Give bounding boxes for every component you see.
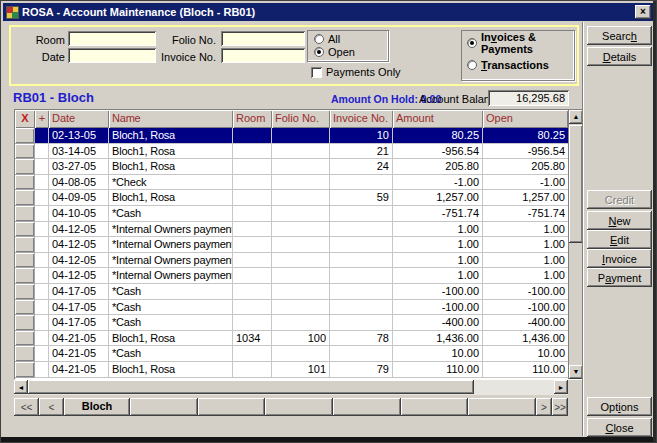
row-selector-cell[interactable] — [15, 237, 35, 253]
date-input[interactable] — [68, 48, 156, 63]
scroll-down-button[interactable]: ▼ — [569, 365, 583, 379]
column-header-amount[interactable]: Amount — [393, 110, 483, 128]
table-row[interactable]: 04-21-05 *Cash 10.00 10.00 — [15, 346, 568, 362]
row-selector-cell[interactable] — [15, 346, 35, 362]
row-selector-cell[interactable] — [15, 159, 35, 175]
column-header-invoice[interactable]: Invoice No. — [330, 110, 393, 128]
table-row[interactable]: 03-27-05 Bloch1, Rosa 24 205.80 205.80 — [15, 159, 568, 175]
column-header-folio[interactable]: Folio No. — [272, 110, 330, 128]
table-row[interactable]: 04-12-05 *Internal Owners payment code 1… — [15, 253, 568, 269]
radio-transactions[interactable]: Transactions — [467, 59, 549, 71]
column-header-room[interactable]: Room — [233, 110, 272, 128]
row-selector-cell[interactable] — [15, 284, 35, 300]
expand-cell[interactable] — [35, 362, 49, 378]
first-account-button[interactable]: << — [14, 398, 39, 416]
next-account-button[interactable]: > — [536, 398, 552, 416]
tab-empty[interactable] — [198, 398, 266, 416]
details-button[interactable]: Details — [587, 47, 652, 66]
expand-cell[interactable] — [35, 159, 49, 175]
vertical-scrollbar-thumb[interactable] — [569, 125, 583, 243]
expand-cell[interactable] — [35, 190, 49, 206]
row-selector-cell[interactable] — [15, 315, 35, 331]
room-input[interactable] — [68, 31, 156, 46]
room-cell — [233, 222, 272, 238]
expand-cell[interactable] — [35, 222, 49, 238]
expand-cell[interactable] — [35, 284, 49, 300]
table-row[interactable]: 04-17-05 *Cash -100.00 -100.00 — [15, 300, 568, 316]
open-cell: -1.00 — [483, 175, 568, 191]
row-selector-cell[interactable] — [15, 190, 35, 206]
search-button[interactable]: Search — [587, 26, 652, 45]
radio-all[interactable]: All — [314, 33, 340, 45]
payment-button[interactable]: Payment — [587, 268, 652, 287]
expand-cell[interactable] — [35, 144, 49, 160]
invoice-button[interactable]: Invoice — [587, 249, 652, 268]
table-row[interactable]: 04-12-05 *Internal Owners payment code 1… — [15, 237, 568, 253]
credit-button[interactable]: Credit — [587, 190, 652, 209]
column-header-x[interactable]: X — [15, 110, 35, 128]
row-selector-cell[interactable] — [15, 206, 35, 222]
new-button[interactable]: New — [587, 211, 652, 230]
scroll-left-button[interactable]: ◄ — [14, 380, 28, 394]
table-row[interactable]: 04-21-05 Bloch1, Rosa 1034 100 78 1,436.… — [15, 331, 568, 347]
tab-bloch[interactable]: Bloch — [64, 398, 130, 416]
radio-open[interactable]: Open — [314, 46, 355, 58]
expand-cell[interactable] — [35, 300, 49, 316]
expand-cell[interactable] — [35, 128, 49, 144]
column-header-name[interactable]: Name — [109, 110, 233, 128]
invoice-input[interactable] — [221, 48, 305, 63]
tab-empty[interactable] — [401, 398, 469, 416]
row-selector-cell[interactable] — [15, 128, 35, 144]
expand-cell[interactable] — [35, 268, 49, 284]
last-account-button[interactable]: >> — [552, 398, 568, 416]
table-row[interactable]: 03-14-05 Bloch1, Rosa 21 -956.54 -956.54 — [15, 144, 568, 160]
edit-button[interactable]: Edit — [587, 230, 652, 249]
table-row[interactable]: 04-17-05 *Cash -400.00 -400.00 — [15, 315, 568, 331]
table-row[interactable]: 04-08-05 *Check -1.00 -1.00 — [15, 175, 568, 191]
row-selector-cell[interactable] — [15, 362, 35, 378]
expand-cell[interactable] — [35, 346, 49, 362]
column-header-date[interactable]: Date — [49, 110, 109, 128]
table-row[interactable]: 04-10-05 *Cash -751.74 -751.74 — [15, 206, 568, 222]
table-row[interactable]: 04-17-05 *Cash -100.00 -100.00 — [15, 284, 568, 300]
tab-empty[interactable] — [468, 398, 536, 416]
tab-empty[interactable] — [333, 398, 401, 416]
payments-only-checkbox[interactable]: Payments Only — [311, 66, 401, 78]
column-header-plus[interactable]: + — [35, 110, 49, 128]
folio-input[interactable] — [221, 31, 305, 46]
vertical-scrollbar[interactable]: ▲ ▼ — [568, 110, 583, 379]
row-selector-cell[interactable] — [15, 222, 35, 238]
row-selector-cell[interactable] — [15, 175, 35, 191]
table-row[interactable]: 02-13-05 Bloch1, Rosa 10 80.25 80.25 — [15, 128, 568, 144]
scroll-right-button[interactable]: ► — [554, 380, 568, 394]
table-row[interactable]: 04-12-05 *Internal Owners payment code 1… — [15, 268, 568, 284]
options-button[interactable]: Options — [587, 397, 652, 416]
table-row[interactable]: 04-12-05 *Internal Owners payment code 1… — [15, 222, 568, 238]
previous-account-button[interactable]: < — [39, 398, 64, 416]
expand-cell[interactable] — [35, 315, 49, 331]
scroll-up-button[interactable]: ▲ — [569, 110, 583, 124]
row-selector-cell[interactable] — [15, 331, 35, 347]
row-selector-cell[interactable] — [15, 253, 35, 269]
horizontal-scrollbar[interactable]: ◄ ► — [14, 380, 568, 395]
row-selector-cell[interactable] — [15, 300, 35, 316]
table-row[interactable]: 04-09-05 Bloch1, Rosa 59 1,257.00 1,257.… — [15, 190, 568, 206]
column-header-open[interactable]: Open — [483, 110, 568, 128]
close-button[interactable]: Close — [587, 418, 652, 437]
table-row[interactable]: 04-21-05 Bloch1, Rosa 101 79 110.00 110.… — [15, 362, 568, 378]
horizontal-scrollbar-thumb[interactable] — [28, 380, 474, 394]
close-window-button[interactable]: × — [635, 5, 651, 19]
radio-invoices-payments[interactable]: Invoices & Payments — [467, 37, 577, 49]
expand-cell[interactable] — [35, 253, 49, 269]
expand-cell[interactable] — [35, 237, 49, 253]
tab-empty[interactable] — [130, 398, 198, 416]
room-cell — [233, 315, 272, 331]
expand-cell[interactable] — [35, 331, 49, 347]
tab-empty[interactable] — [265, 398, 333, 416]
expand-cell[interactable] — [35, 206, 49, 222]
row-selector-cell[interactable] — [15, 144, 35, 160]
row-selector-cell[interactable] — [15, 268, 35, 284]
invoice-cell — [330, 237, 393, 253]
expand-cell[interactable] — [35, 175, 49, 191]
name-cell: *Cash — [109, 300, 233, 316]
